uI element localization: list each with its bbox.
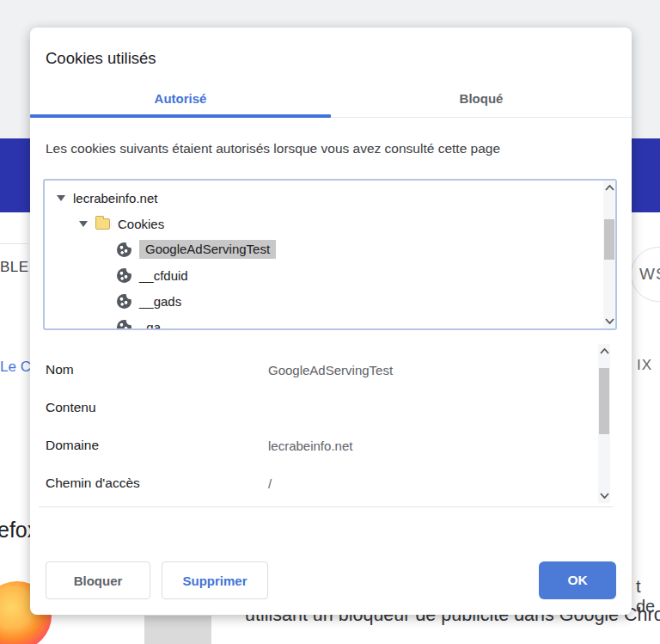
ok-button[interactable]: OK <box>539 561 616 599</box>
chevron-up-icon[interactable] <box>600 348 609 354</box>
cookie-icon <box>117 242 131 257</box>
detail-value: lecrabeinfo.net <box>268 439 352 453</box>
detail-row-content: Contenu <box>46 389 593 426</box>
detail-label: Nom <box>46 362 268 377</box>
cookie-icon <box>117 320 131 331</box>
tree-row-cookie[interactable]: __cfduid <box>45 262 602 288</box>
detail-value: / <box>268 476 272 491</box>
folder-label: Cookies <box>118 217 164 231</box>
tree-row-cookies-folder[interactable]: Cookies <box>45 211 602 236</box>
cookie-icon <box>117 294 131 309</box>
scrollbar-thumb[interactable] <box>599 368 609 434</box>
cookie-name: _ga <box>139 320 161 331</box>
page-nav-pill-label: WS <box>632 248 660 300</box>
detail-row-name: Nom GoogleAdServingTest <box>46 351 593 389</box>
folder-icon <box>95 218 110 230</box>
tab-blocked[interactable]: Bloqué <box>331 86 632 114</box>
chevron-down-icon[interactable] <box>605 318 614 324</box>
cookie-name-selected: GoogleAdServingTest <box>139 240 276 259</box>
tree-row-cookie[interactable]: __gads <box>45 288 602 314</box>
tree-row-cookie[interactable]: GoogleAdServingTest <box>45 236 602 262</box>
page-divider <box>0 243 28 244</box>
tree-row-cookie[interactable]: _ga <box>45 314 602 330</box>
detail-label: Domaine <box>46 438 268 453</box>
tab-allowed[interactable]: Autorisé <box>30 86 331 114</box>
scrollbar-thumb[interactable] <box>604 219 614 260</box>
cookie-icon <box>117 268 131 283</box>
delete-button[interactable]: Supprimer <box>162 561 268 599</box>
detail-row-path: Chemin d'accès / <box>46 464 593 502</box>
collapse-arrow-icon[interactable] <box>57 195 65 201</box>
active-tab-underline <box>30 114 331 118</box>
collapse-arrow-icon[interactable] <box>79 221 88 227</box>
dialog-description: Les cookies suivants étaient autorisés l… <box>46 141 500 156</box>
site-label: lecrabeinfo.net <box>73 191 157 205</box>
detail-row-domain: Domaine lecrabeinfo.net <box>46 426 593 464</box>
cookie-name: __cfduid <box>139 268 188 283</box>
detail-value: GoogleAdServingTest <box>268 363 393 377</box>
page-nav-pill[interactable]: WS <box>631 247 660 302</box>
cookie-name: __gads <box>139 294 181 309</box>
cookies-in-use-dialog: Cookies utilisés Autorisé Bloqué Les coo… <box>30 28 632 615</box>
cookie-tree-rows: lecrabeinfo.net Cookies GoogleAdServingT… <box>45 185 602 330</box>
detail-label: Contenu <box>46 400 268 415</box>
tree-row-site[interactable]: lecrabeinfo.net <box>45 185 602 211</box>
page-menu-text-fragment: BLE <box>0 259 29 276</box>
tree-scrollbar[interactable] <box>603 181 615 328</box>
page-text-fragment-right: IX <box>637 357 652 374</box>
chevron-up-icon[interactable] <box>605 185 614 191</box>
chevron-down-icon[interactable] <box>600 493 609 499</box>
cookie-details-panel: Nom GoogleAdServingTest Contenu Domaine … <box>46 344 610 503</box>
dialog-title: Cookies utilisés <box>46 49 156 68</box>
block-button[interactable]: Bloquer <box>46 561 150 599</box>
footer-divider <box>39 506 613 507</box>
cookie-tree: lecrabeinfo.net Cookies GoogleAdServingT… <box>43 179 617 330</box>
page-link-fragment[interactable]: Le C <box>0 359 31 376</box>
page-image-placeholder <box>144 616 211 644</box>
cookie-details-rows: Nom GoogleAdServingTest Contenu Domaine … <box>46 351 593 502</box>
detail-label: Chemin d'accès <box>46 475 268 491</box>
details-scrollbar[interactable] <box>598 344 610 503</box>
tab-bar: Autorisé Bloqué <box>30 86 632 114</box>
